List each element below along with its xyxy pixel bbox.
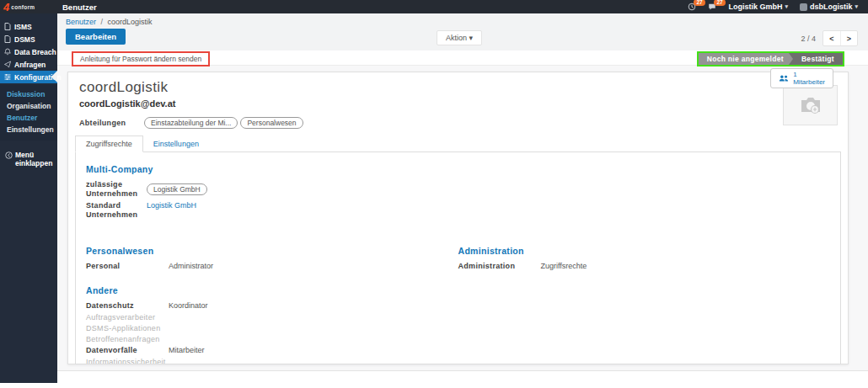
department-tag: Einstazabteilung der Mi...: [144, 117, 238, 129]
group-personalwesen: Personalwesen Personal Administrator: [86, 246, 458, 274]
allowed-companies-label: zulässige Unternehmen: [86, 180, 147, 199]
edit-button[interactable]: Bearbeiten: [66, 29, 126, 45]
sidebar-item-label: ISMS: [14, 23, 32, 31]
app-logo[interactable]: 4 conform: [0, 2, 57, 13]
group-multi-company: Multi-Company zulässige Unternehmen Logi…: [86, 164, 458, 222]
record-title: coordLogistik: [79, 79, 848, 95]
messages-button[interactable]: 27: [708, 3, 716, 11]
group-heading: Multi-Company: [86, 164, 458, 174]
administration-label: Administration: [458, 262, 541, 271]
circle-arrow-left-icon: [5, 151, 13, 159]
sidebar-subitem-diskussion[interactable]: Diskussion: [0, 88, 57, 100]
sidebar-item-isms[interactable]: ISMS: [0, 20, 57, 33]
employee-stat-button[interactable]: 1 Mitarbeiter: [770, 68, 833, 88]
bell-icon: [4, 48, 11, 56]
topbar-systray: 27 27 Logistik GmbH ▾ dsbLogistik ▾: [688, 3, 868, 11]
avatar-upload-placeholder: [783, 85, 838, 125]
group-heading: Personalwesen: [86, 246, 458, 256]
sidebar-subitem-organisation[interactable]: Organisation: [0, 100, 57, 112]
personal-value: Administrator: [169, 262, 213, 271]
camera-icon: [798, 95, 823, 115]
breadcrumb-current: coordLogistik: [108, 18, 153, 26]
department-tag: Personalwesen: [240, 117, 303, 129]
sidebar-submenu: Diskussion Organisation Benutzer Einstel…: [0, 85, 57, 141]
file-icon: [4, 35, 11, 43]
app-title: Benutzer: [62, 3, 688, 12]
caret-down-icon: ▾: [785, 3, 788, 10]
default-company-link[interactable]: Logistik GmbH: [147, 201, 196, 220]
pager-previous-button[interactable]: <: [823, 31, 840, 45]
status-step-never-logged-in[interactable]: Noch nie angemeldet: [699, 53, 789, 65]
dsms-applikationen-label: DSMS-Applikationen: [86, 324, 169, 333]
form-sheet: 1 Mitarbeiter coordLogistik coordLogisti…: [67, 72, 849, 364]
logo-text: conform: [11, 4, 35, 10]
departments-label: Abteilungen: [79, 119, 144, 127]
company-switcher[interactable]: Logistik GmbH ▾: [728, 3, 788, 11]
record-email: coordLogistik@dev.at: [79, 98, 848, 109]
sidebar-item-label: DSMS: [14, 35, 35, 44]
departments-row: Abteilungen Einstazabteilung der Mi... P…: [79, 117, 848, 129]
form-statusbar-row: Anleitung für Passwort ändern senden Noc…: [57, 50, 868, 66]
pager-count: 2 / 4: [801, 35, 816, 43]
breadcrumb-separator: /: [101, 18, 104, 26]
administration-value: Zugriffsrechte: [541, 262, 587, 271]
pager-next-button[interactable]: >: [840, 31, 857, 45]
active-menu-arrow: [51, 71, 57, 82]
auftragsverarbeiter-label: Auftragsverarbeiter: [86, 313, 169, 322]
datenschutz-label: Datenschutz: [86, 301, 169, 311]
tab-zugriffsrechte[interactable]: Zugriffsrechte: [75, 136, 143, 152]
sidebar-subitem-benutzer[interactable]: Benutzer: [0, 112, 57, 124]
paper-plane-icon: [4, 61, 11, 68]
status-step-confirmed[interactable]: Bestätigt: [793, 53, 843, 65]
notebook-tabs: Zugriffsrechte Einstellungen: [75, 136, 841, 152]
datenschutz-value: Koordinator: [169, 301, 208, 311]
top-navbar: 4 conform Benutzer 27 27 Logistik GmbH ▾…: [0, 0, 868, 13]
app-window: 4 conform Benutzer 27 27 Logistik GmbH ▾…: [0, 0, 868, 388]
caret-down-icon: ▾: [855, 3, 858, 10]
group-administration: Administration Administration Zugriffsre…: [458, 246, 831, 274]
user-menu[interactable]: dsbLogistik ▾: [800, 3, 858, 11]
message-count-badge: 27: [714, 0, 725, 6]
sidebar-item-data-breach[interactable]: Data Breach: [0, 45, 57, 58]
sidebar: ISMS DSMS Data Breach Anfragen Konfigura…: [0, 13, 57, 383]
tab-content: Multi-Company zulässige Unternehmen Logi…: [75, 152, 841, 364]
breadcrumb-parent-link[interactable]: Benutzer: [66, 18, 96, 26]
group-heading: Andere: [86, 285, 458, 295]
sidebar-item-anfragen[interactable]: Anfragen: [0, 58, 57, 71]
tab-einstellungen[interactable]: Einstellungen: [143, 136, 209, 151]
sidebar-subitem-einstellungen[interactable]: Einstellungen: [0, 124, 57, 136]
statusbar: Noch nie angemeldet Bestätigt: [697, 51, 844, 66]
breadcrumb: Benutzer / coordLogistik: [66, 18, 153, 26]
control-panel: Benutzer / coordLogistik Bearbeiten Akti…: [57, 13, 868, 50]
file-icon: [4, 23, 11, 30]
employee-stat-value: 1: [793, 71, 825, 78]
sidebar-item-label: Anfragen: [14, 61, 46, 69]
send-password-instructions-button[interactable]: Anleitung für Passwort ändern senden: [72, 51, 210, 66]
pager: 2 / 4 < >: [801, 30, 858, 46]
collapse-menu-button[interactable]: Menü einklappen: [0, 147, 57, 167]
user-avatar-icon: [800, 3, 807, 11]
betroffenenanfragen-label: Betroffenenanfragen: [86, 335, 169, 344]
collapse-menu-label: Menü einklappen: [15, 151, 54, 167]
company-name: Logistik GmbH: [728, 3, 782, 11]
group-andere: Andere Datenschutz Koordinator Auftragsv…: [86, 285, 458, 364]
sidebar-item-konfiguration[interactable]: Konfiguration: [0, 71, 57, 83]
sidebar-item-label: Data Breach: [14, 48, 56, 56]
logo-number: 4: [3, 2, 9, 13]
action-dropdown-button[interactable]: Aktion ▾: [437, 30, 482, 45]
users-icon: [779, 74, 789, 82]
datenvorfaelle-value: Mitarbeiter: [169, 346, 205, 355]
activity-count-badge: 27: [694, 0, 705, 6]
group-heading: Administration: [458, 246, 831, 256]
activities-button[interactable]: 27: [688, 3, 696, 11]
company-tag: Logistik GmbH: [147, 183, 207, 195]
sidebar-item-dsms[interactable]: DSMS: [0, 33, 57, 45]
employee-stat-label: Mitarbeiter: [793, 78, 825, 86]
content-area: 1 Mitarbeiter coordLogistik coordLogisti…: [57, 66, 868, 371]
informationssicherheit-label: Informationssicherheit: [86, 358, 169, 364]
personal-label: Personal: [86, 262, 169, 271]
sliders-icon: [4, 73, 11, 81]
pager-buttons: < >: [822, 30, 858, 46]
default-company-label: Standard Unternehmen: [86, 201, 147, 220]
datenvorfaelle-label: Datenvorfälle: [86, 346, 169, 355]
